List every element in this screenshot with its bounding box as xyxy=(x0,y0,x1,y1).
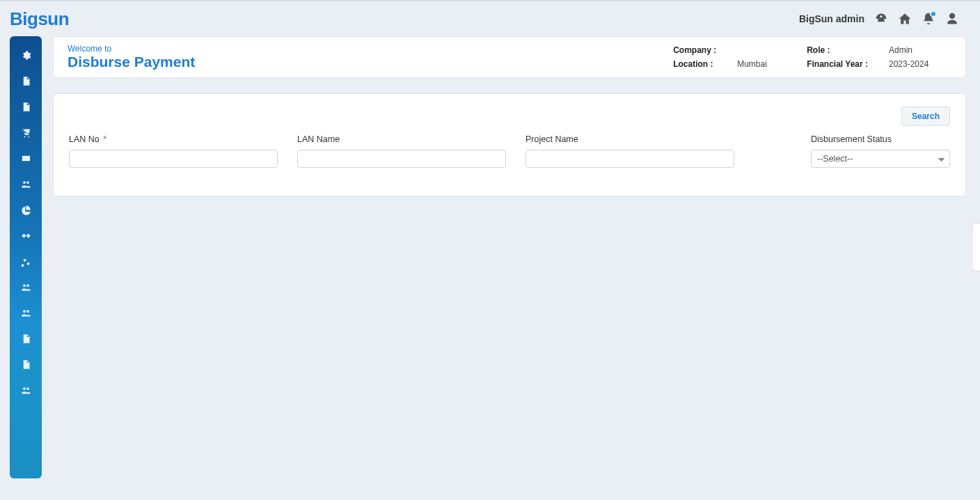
field-project-name: Project Name xyxy=(525,134,734,168)
dashboard-icon[interactable] xyxy=(874,12,888,26)
sidebar-item-chart-pie[interactable] xyxy=(10,205,42,215)
brand-logo-text: Bigsun xyxy=(10,8,69,30)
lan-no-input[interactable] xyxy=(69,150,278,168)
search-form-card: Search LAN No * LAN Name Project Name xyxy=(53,93,966,196)
lan-name-label: LAN Name xyxy=(297,134,506,144)
bell-icon[interactable] xyxy=(922,12,935,26)
welcome-text: Welcome to xyxy=(68,44,195,54)
topbar-right: BigSun admin xyxy=(799,12,959,26)
sidebar-item-users-2[interactable] xyxy=(10,282,42,292)
page-header-card: Welcome to Disburse Payment Company : Ro… xyxy=(53,36,966,78)
notification-dot xyxy=(930,10,937,17)
topbar: Bigsun BigSun admin xyxy=(0,1,980,36)
field-lan-name: LAN Name xyxy=(297,134,506,168)
sidebar-item-file-4[interactable] xyxy=(10,359,42,370)
location-label: Location : xyxy=(673,59,737,69)
fy-value: 2023-2024 xyxy=(889,59,951,69)
sidebar-item-file-3[interactable] xyxy=(10,334,42,344)
sidebar-item-users-1[interactable] xyxy=(10,179,42,189)
lan-no-label: LAN No * xyxy=(69,134,278,144)
sidebar-item-cogs[interactable] xyxy=(10,256,42,267)
current-user-name: BigSun admin xyxy=(799,13,864,24)
field-lan-no: LAN No * xyxy=(69,134,278,168)
search-button[interactable]: Search xyxy=(901,107,950,126)
field-disbursement-status: Disbursement Status --Select-- xyxy=(811,134,950,168)
right-edge-tab[interactable] xyxy=(972,223,980,272)
page-title: Disburse Payment xyxy=(68,54,195,70)
sidebar-item-cart[interactable] xyxy=(10,127,42,138)
company-label: Company : xyxy=(673,45,737,55)
user-icon[interactable] xyxy=(945,12,959,26)
status-select[interactable]: --Select-- xyxy=(811,150,950,168)
lan-name-input[interactable] xyxy=(297,150,506,168)
sidebar-item-handshake[interactable] xyxy=(10,231,42,241)
sidebar-item-file-2[interactable] xyxy=(10,102,42,112)
sidebar-item-users-4[interactable] xyxy=(10,385,42,396)
context-grid: Company : Role : Admin Location : Mumbai… xyxy=(673,45,951,69)
main: Welcome to Disburse Payment Company : Ro… xyxy=(42,36,980,196)
role-value: Admin xyxy=(889,45,951,55)
status-label: Disbursement Status xyxy=(811,134,950,144)
required-asterisk: * xyxy=(103,134,106,144)
sidebar-item-card[interactable] xyxy=(10,153,42,164)
location-value: Mumbai xyxy=(737,59,807,69)
project-name-input[interactable] xyxy=(525,150,734,168)
project-name-label: Project Name xyxy=(525,134,734,144)
sidebar xyxy=(10,36,42,478)
role-label: Role : xyxy=(807,45,889,55)
sidebar-item-file-1[interactable] xyxy=(10,76,42,86)
home-icon[interactable] xyxy=(898,12,912,26)
company-value xyxy=(737,45,807,55)
sidebar-item-gear[interactable] xyxy=(10,50,42,61)
lan-no-label-text: LAN No xyxy=(69,134,100,144)
sidebar-item-users-3[interactable] xyxy=(10,308,42,318)
fy-label: Financial Year : xyxy=(807,59,889,69)
